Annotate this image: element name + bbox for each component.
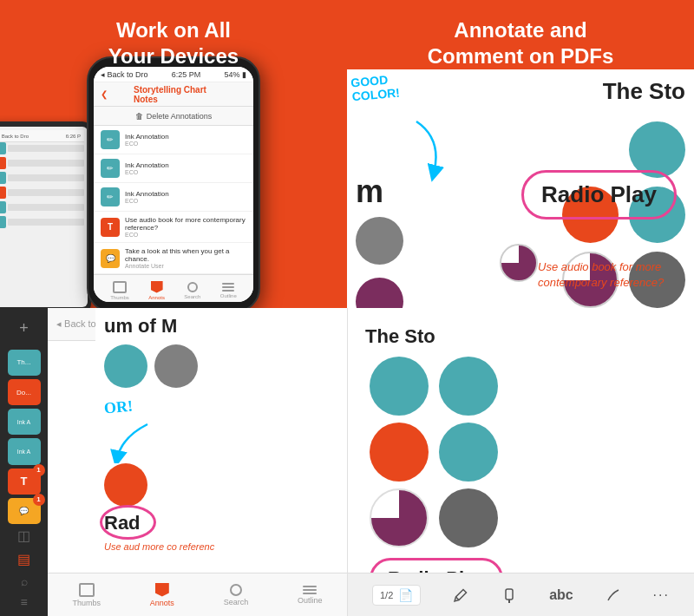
pdf-document: The Sto Radio Play Use audio book for mo… — [348, 308, 694, 573]
page-indicator[interactable]: 1/2 📄 — [372, 585, 421, 606]
footer-annotation: Use aud more co referenc — [104, 541, 338, 552]
radio-play-partial: Rad — [104, 512, 141, 534]
grid-circle-pie — [370, 488, 429, 547]
radio-play-border: Radio Play — [370, 558, 503, 573]
outline-icon-nav — [303, 586, 317, 594]
pdf-toolbar: 1/2 📄 abc — [348, 573, 694, 616]
bottom-nav-outline[interactable]: Outline — [220, 283, 237, 298]
more-tools-button[interactable]: ··· — [653, 587, 670, 603]
sidebar-item-ink1[interactable]: Ink A — [8, 409, 41, 435]
phone-annotation-list: ✏ Ink Annotation ECO ✏ — [94, 126, 253, 274]
nav-outline[interactable]: Outline — [298, 586, 323, 605]
text-tool[interactable]: abc — [549, 587, 573, 603]
annotation-arrow-svg — [390, 113, 460, 182]
nav-search[interactable]: Search — [224, 584, 249, 606]
pdf-left-preview: um of M OR! — [95, 308, 347, 573]
pdf-partial-text: um of M — [104, 315, 338, 337]
sidebar-menu-icon[interactable]: ≡ — [20, 595, 27, 609]
pen-tool[interactable] — [605, 587, 622, 604]
radio-play-container: Radio Play — [513, 170, 685, 230]
tablet-icon-red — [0, 187, 6, 199]
tablet-list-item — [0, 201, 84, 213]
list-item[interactable]: ✏ Ink Annotation ECO — [94, 126, 253, 154]
list-item[interactable]: ✏ Ink Annotation ECO — [94, 154, 253, 183]
tablet-list-item — [0, 157, 84, 169]
grid-circle-teal2 — [439, 357, 498, 416]
handwriting-annotation: GOOD COLOR! — [350, 72, 401, 104]
circle-gray-preview — [154, 344, 198, 388]
tablet-icon — [0, 201, 6, 213]
grid-circle-orange — [370, 423, 429, 482]
circle-teal-preview — [104, 344, 147, 388]
top-left-title: Work on All Your Devices — [108, 17, 239, 69]
app-sidebar: + Th... Do... Ink A Ink A T 1 — [0, 308, 48, 616]
app-bottom-nav: Thumbs Annots Search Outline — [48, 573, 347, 616]
bottom-nav-search[interactable]: Search — [184, 282, 200, 299]
phone-bottom-nav: Thumbs Annots Search — [94, 274, 253, 302]
annots-active-icon — [155, 583, 169, 597]
nav-annots[interactable]: Annots — [150, 583, 174, 607]
thumbs-icon — [79, 583, 95, 597]
annotation-arrow-left — [104, 420, 156, 463]
pen-icon — [605, 587, 622, 604]
tablet-list-item — [0, 187, 84, 199]
sidebar-item-doc2[interactable]: Do... — [8, 379, 41, 405]
nav-thumbs[interactable]: Thumbs — [72, 583, 101, 607]
sidebar-item-ink2[interactable]: Ink A — [8, 438, 41, 464]
list-item[interactable]: T Use audio book for more contemporary r… — [94, 212, 253, 243]
sidebar-search-icon[interactable]: ⌕ — [21, 574, 28, 588]
app-main-content: ◂ Back to Dropbox um of M OR! — [48, 308, 347, 616]
grid-circle-teal3 — [439, 423, 498, 482]
search-icon — [187, 282, 198, 292]
page-icon: 📄 — [398, 588, 413, 602]
phone-back-button[interactable]: ❮ — [101, 89, 108, 99]
annots-icon — [151, 281, 163, 293]
sidebar-item-comment[interactable]: 💬 1 — [8, 498, 41, 524]
bottom-nav-thumbs[interactable]: Thumbs — [110, 281, 129, 300]
top-section: Work on All Your Devices ◂ Back to Dro 6… — [0, 0, 694, 308]
tablet-icon — [0, 172, 6, 184]
sidebar-item-text-annot[interactable]: T 1 — [8, 469, 41, 495]
add-icon: + — [19, 319, 29, 337]
list-item[interactable]: 💬 Take a look at this when you get a cha… — [94, 243, 253, 274]
phone-mockup: ◂ Back to Dro 6:25 PM 54% ▮ ❮ Storytelli… — [78, 56, 269, 308]
bottom-left-panel: + Th... Do... Ink A Ink A T 1 — [0, 308, 347, 616]
sidebar-bottom-icon2[interactable]: ▤ — [17, 551, 30, 567]
grid-circle-gray — [439, 488, 498, 547]
svg-rect-0 — [506, 589, 513, 600]
pdf-preview-top: GOOD COLOR! The Sto — [347, 69, 694, 308]
tablet-list-item — [0, 172, 84, 184]
highlighter-tool[interactable] — [501, 587, 518, 604]
top-left-panel: Work on All Your Devices ◂ Back to Dro 6… — [0, 0, 347, 308]
sidebar-add-button[interactable]: + — [7, 315, 42, 343]
tablet-list-item — [0, 142, 84, 154]
radio-play-box: Radio Play — [521, 170, 677, 220]
pencil-icon — [452, 587, 469, 604]
circle-gray-left — [356, 217, 403, 265]
pdf-partial-title: The Sto — [603, 78, 685, 105]
tablet-header: ◂ Back to Dro 6:26 P — [0, 130, 84, 142]
bottom-nav-annots[interactable]: Annots — [148, 281, 165, 300]
bottom-section: + Th... Do... Ink A Ink A T 1 — [0, 308, 694, 616]
annotation-text-box: Use audio book for more contemporary ref… — [529, 259, 685, 291]
circles-grid — [370, 357, 677, 547]
badge-2: 1 — [33, 494, 45, 506]
sidebar-item-doc1[interactable]: Th... — [8, 350, 41, 376]
annotation-icon-teal: ✏ — [101, 187, 120, 206]
pdf-partial-letter: m — [356, 174, 383, 210]
list-item[interactable]: ✏ Ink Annotation ECO — [94, 183, 253, 212]
circle-purple-left — [356, 278, 403, 308]
search-icon-nav — [230, 584, 242, 596]
highlighter-icon — [501, 587, 518, 604]
tablet-icon — [0, 142, 6, 154]
tablet-icon — [0, 216, 6, 228]
annotation-icon-teal: ✏ — [101, 130, 120, 149]
phone-toolbar[interactable]: 🗑 Delete Annotations — [94, 107, 253, 126]
sidebar-bottom-icon1[interactable]: ◫ — [17, 528, 30, 544]
circle-orange-preview — [104, 463, 147, 507]
circle-small-pie — [500, 244, 538, 282]
pencil-tool[interactable] — [452, 587, 469, 604]
pdf-doc-title: The Sto — [365, 325, 677, 348]
annotation-icon-red: T — [101, 218, 120, 237]
top-right-panel: Annotate and Comment on PDFs GOOD COLOR! — [347, 0, 694, 308]
